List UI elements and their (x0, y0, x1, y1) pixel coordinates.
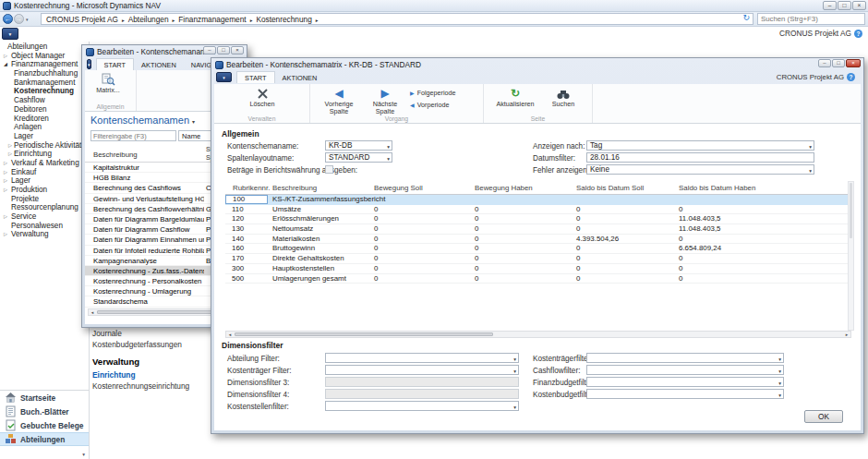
cell-bewegung-soll[interactable]: 0 (374, 264, 475, 273)
schema-description[interactable]: Kampagnenanalyse (93, 256, 204, 266)
tab-start[interactable]: START (236, 71, 275, 83)
sidebar-button-journals[interactable]: Buch.-Blätter (0, 405, 89, 418)
sidebar-button-home[interactable]: Startseite (0, 391, 89, 405)
cell-bewegung-soll[interactable]: 0 (374, 214, 475, 223)
cell-bewegung-haben[interactable] (475, 195, 576, 204)
close-button[interactable]: × (231, 46, 244, 54)
column-header[interactable]: Rubrikennr. (225, 181, 272, 194)
cell-saldo-soll[interactable]: 0 (576, 264, 679, 273)
scroll-left-icon[interactable]: ◂ (89, 309, 96, 316)
tab-aktionen[interactable]: AKTIONEN (275, 72, 325, 83)
sidebar-item[interactable]: Debitoren (0, 105, 89, 115)
minimize-button[interactable]: – (203, 46, 216, 54)
report-currency-checkbox[interactable] (325, 165, 333, 174)
sidebar-item[interactable]: Periodische Aktivitäten (0, 141, 89, 151)
cell-saldo-haben[interactable]: 0 (679, 274, 840, 284)
breadcrumb-item[interactable]: Finanzmanagement (178, 15, 256, 24)
cell-beschreibung[interactable]: Hauptkostenstellen (272, 264, 374, 273)
cell-rubrikennr[interactable]: 160 (225, 244, 272, 253)
sidebar-item[interactable]: Projekte (0, 195, 89, 204)
scrollbar-thumb[interactable] (235, 332, 493, 336)
cell-saldo-haben[interactable]: 11.048.403,5 (679, 224, 840, 234)
cell-beschreibung[interactable]: Nettoumsatz (272, 224, 374, 234)
expander-icon[interactable] (4, 159, 7, 168)
cell-beschreibung[interactable]: Umlagerungen gesamt (272, 274, 374, 284)
maximize-button[interactable] (838, 1, 851, 10)
cell-beschreibung[interactable]: Umsätze (272, 205, 374, 214)
filter-field[interactable] (325, 389, 519, 399)
next-period-button[interactable]: ▶ Folgeperiode (410, 89, 456, 97)
forward-icon[interactable]: → (14, 14, 24, 24)
configure-buttons-icon[interactable]: ▾ (82, 452, 85, 457)
schema-description[interactable]: Gewinn- und Verlustaufstellung HGB (93, 194, 204, 204)
content-link[interactable]: Journale (92, 329, 189, 340)
expander-icon[interactable] (4, 168, 7, 177)
sidebar-item[interactable]: Abteilungen (0, 42, 89, 52)
filter-field[interactable] (325, 353, 519, 363)
refresh-icon[interactable]: ↻ (742, 13, 750, 22)
column-header[interactable]: Bewegung Soll (374, 181, 475, 194)
expander-icon[interactable] (4, 60, 7, 69)
vertical-scrollbar[interactable] (848, 181, 854, 331)
cell-beschreibung[interactable]: Bruttogewinn (272, 244, 374, 253)
dialog2-titlebar[interactable]: Bearbeiten - Kontenschemamatrix - KR-DB … (211, 58, 863, 71)
cell-bewegung-soll[interactable]: 0 (374, 254, 475, 263)
sidebar-item[interactable]: Service (0, 212, 89, 222)
schema-name-field[interactable]: KR-DB (325, 140, 392, 151)
back-icon[interactable]: ← (3, 14, 13, 24)
cell-saldo-haben[interactable]: 0 (679, 254, 840, 263)
horizontal-scrollbar[interactable]: ◂ ▸ (225, 331, 851, 338)
breadcrumb-item[interactable]: Abteilungen (128, 15, 179, 24)
cell-bewegung-haben[interactable]: 0 (475, 224, 576, 234)
sidebar-item[interactable]: Anlagen (0, 123, 89, 132)
setup-group-link[interactable]: Einrichtung (92, 370, 189, 381)
table-row[interactable]: 100 KS-/KT-Zusammenfassungsbericht (225, 195, 851, 205)
cell-saldo-soll[interactable]: 0 (576, 244, 679, 253)
cell-rubrikennr[interactable]: 170 (225, 254, 272, 263)
search-button[interactable]: Suchen (545, 87, 582, 108)
sidebar-item[interactable]: Object Manager (0, 52, 89, 61)
cell-saldo-soll[interactable]: 0 (576, 224, 679, 234)
cell-bewegung-soll[interactable]: 0 (374, 235, 475, 244)
chevron-down-icon[interactable]: ▾ (192, 119, 195, 125)
expander-icon[interactable] (4, 186, 7, 195)
cell-bewegung-haben[interactable]: 0 (475, 214, 576, 223)
filter-field[interactable] (586, 377, 784, 387)
next-column-button[interactable]: ▶ Nächste Spalte (364, 87, 406, 115)
filter-input[interactable] (90, 130, 176, 141)
sidebar-item[interactable]: Bankmanagement (0, 79, 89, 88)
cell-bewegung-haben[interactable]: 0 (475, 244, 576, 253)
cell-bewegung-soll[interactable] (374, 195, 475, 204)
matrix-button[interactable]: Matrix... (90, 73, 126, 94)
filter-field[interactable] (325, 365, 519, 375)
sidebar-item[interactable]: Einkauf (0, 168, 89, 177)
close-button[interactable]: × (846, 59, 861, 67)
scrollbar-thumb[interactable] (97, 310, 217, 314)
date-filter-field[interactable]: 28.01.16 (586, 152, 814, 163)
cell-rubrikennr[interactable]: 100 (225, 195, 272, 204)
cell-saldo-haben[interactable]: 0 (679, 264, 840, 273)
table-row[interactable]: 300 Hauptkostenstellen 0 0 0 0 (225, 264, 851, 274)
close-button[interactable] (852, 1, 866, 10)
search-input[interactable] (757, 13, 865, 25)
cell-beschreibung[interactable]: Materialkosten (272, 235, 374, 244)
cell-bewegung-soll[interactable]: 0 (374, 244, 475, 253)
column-header[interactable]: Bewegung Haben (475, 181, 576, 194)
cell-beschreibung[interactable]: Direkte Gehaltskosten (272, 254, 374, 263)
cell-beschreibung[interactable]: KS-/KT-Zusammenfassungsbericht (272, 195, 374, 204)
filter-field[interactable] (325, 377, 519, 387)
expander-icon[interactable] (4, 176, 7, 186)
cell-rubrikennr[interactable]: 120 (225, 214, 272, 223)
show-error-field[interactable]: Keine (586, 164, 814, 175)
cell-saldo-haben[interactable]: 11.048.403,5 (679, 214, 840, 223)
previous-period-button[interactable]: ◀ Vorperiode (410, 101, 456, 109)
sidebar-item[interactable]: Einrichtung (0, 150, 89, 159)
column-header-beschreibung[interactable]: Beschreibung (93, 151, 138, 159)
sidebar-item[interactable]: Ressourcenplanung (0, 203, 89, 212)
ribbon-menu-button[interactable]: ▾ (87, 59, 91, 69)
tab-start[interactable]: START (96, 58, 135, 70)
cell-bewegung-soll[interactable]: 0 (374, 274, 475, 284)
cell-saldo-haben[interactable] (679, 195, 840, 204)
expander-icon[interactable] (4, 230, 7, 239)
table-row[interactable]: 130 Nettoumsatz 0 0 0 11.048.403,5 (225, 224, 851, 235)
